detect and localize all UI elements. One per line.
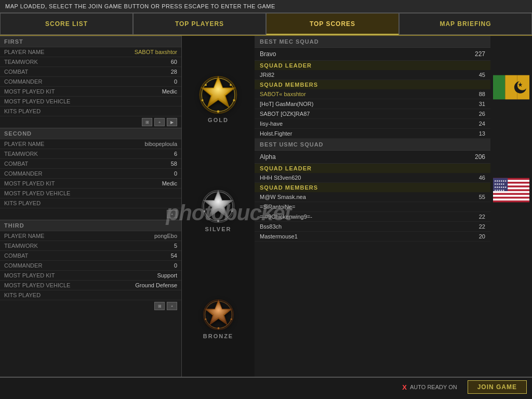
first-kits-played-row: KITS PLAYED	[0, 107, 181, 116]
first-icons-row: ⊞ + ▶	[0, 116, 181, 128]
usmc-member-2: =-#9Chickenwing9=- 22	[255, 212, 490, 222]
svg-point-5	[202, 99, 204, 101]
tab-map-briefing[interactable]: MAP BRIEFING	[399, 13, 532, 35]
svg-point-13	[217, 220, 219, 222]
usmc-member-3: Bss83ch 22	[255, 222, 490, 232]
second-icon1[interactable]: +	[167, 210, 177, 218]
svg-point-21	[205, 318, 206, 320]
svg-rect-34	[493, 195, 529, 197]
first-icon3[interactable]: ▶	[167, 118, 177, 126]
third-icon1[interactable]: ⊞	[154, 302, 165, 310]
us-flag-icon: ★★★★★★ ★★★★★ ★★★★★★ ★★★★★	[493, 178, 529, 203]
first-teamwork-row: TEAMWORK 60	[0, 57, 181, 67]
mec-flag-icon	[493, 75, 529, 100]
usmc-squad-header: BEST USMC SQUAD	[255, 139, 490, 151]
second-vehicle-row: MOST PLAYED VEHICLE	[0, 189, 181, 198]
usmc-squad-info: BEST USMC SQUAD Alpha 206 SQUAD LEADER H…	[255, 139, 490, 242]
third-combat-row: COMBAT 54	[0, 251, 181, 261]
svg-point-4	[217, 110, 220, 113]
usmc-squad-section: BEST USMC SQUAD Alpha 206 SQUAD LEADER H…	[255, 139, 532, 242]
svg-point-27	[517, 80, 527, 90]
auto-ready-label: AUTO READY ON	[410, 384, 457, 390]
second-section-header: SECOND	[0, 128, 181, 139]
first-kit-row: MOST PLAYED KIT Medic	[0, 87, 181, 97]
first-icon2[interactable]: +	[154, 118, 165, 126]
tab-score-list[interactable]: SCORE LIST	[0, 13, 133, 35]
usmc-flag-box: ★★★★★★ ★★★★★ ★★★★★★ ★★★★★	[490, 139, 532, 242]
tab-top-scores[interactable]: TOP SCORES	[266, 13, 399, 35]
first-commander-row: COMMANDER 0	[0, 77, 181, 87]
third-vehicle-row: MOST PLAYED VEHICLE Ground Defense	[0, 281, 181, 290]
gold-medal-container: GOLD	[197, 73, 239, 123]
bronze-label: BRONZE	[203, 333, 233, 339]
svg-text:★★★★★★: ★★★★★★	[494, 186, 507, 189]
mec-squad-members-header: SQUAD MEMBERS	[255, 80, 490, 89]
svg-point-15	[231, 210, 233, 212]
mec-member-3: Iisy-have 24	[255, 119, 490, 129]
silver-label: SILVER	[205, 226, 232, 232]
usmc-member-4: Mastermouse1 20	[255, 232, 490, 242]
auto-ready-x: X	[402, 383, 407, 391]
silver-star-icon	[200, 188, 236, 224]
gold-star-icon	[197, 73, 239, 115]
usmc-member-1: =SiRantoiNe=	[255, 202, 490, 212]
mec-squad-header: BEST MEC SQUAD	[255, 36, 490, 48]
first-icon1[interactable]: ⊞	[142, 118, 152, 126]
mec-squad-leader-header: SQUAD LEADER	[255, 61, 490, 70]
first-combat-row: COMBAT 28	[0, 67, 181, 77]
usmc-leader-row: HHH St3ven620 46	[255, 173, 490, 183]
bronze-star-icon	[202, 297, 235, 331]
first-player-name-row: PLAYER NAME SABOT baxshtor	[0, 47, 181, 57]
left-panel: FIRST PLAYER NAME SABOT baxshtor TEAMWOR…	[0, 36, 182, 377]
second-teamwork-row: TEAMWORK 6	[0, 149, 181, 159]
second-player-name-row: PLAYER NAME bibopeploula	[0, 139, 181, 149]
svg-point-14	[204, 210, 206, 212]
third-kit-row: MOST PLAYED KIT Support	[0, 271, 181, 281]
usmc-squad-leader-header: SQUAD LEADER	[255, 164, 490, 173]
svg-point-8	[230, 84, 232, 86]
gold-label: GOLD	[208, 117, 229, 123]
third-commander-row: COMMANDER 0	[0, 261, 181, 271]
mec-member-4: Holst.Fighter 13	[255, 129, 490, 139]
second-commander-row: COMMANDER 0	[0, 169, 181, 179]
svg-point-6	[233, 99, 235, 101]
usmc-member-0: M@W Smask.nea 55	[255, 192, 490, 202]
usmc-squad-name-row: Alpha 206	[255, 151, 490, 164]
notification-text: MAP LOADED, SELECT THE JOIN GAME BUTTON …	[5, 3, 275, 9]
svg-point-22	[230, 318, 232, 320]
third-icon2[interactable]: +	[167, 302, 177, 310]
svg-text:★★★★★★: ★★★★★★	[494, 180, 507, 182]
mec-member-0: SABOT« baxshtor 88	[255, 89, 490, 99]
mec-squad-section: BEST MEC SQUAD Bravo 227 SQUAD LEADER JR…	[255, 36, 532, 139]
tab-bar: SCORE LIST TOP PLAYERS TOP SCORES MAP BR…	[0, 13, 532, 36]
silver-medal-container: SILVER	[200, 188, 236, 232]
mec-squad-info: BEST MEC SQUAD Bravo 227 SQUAD LEADER JR…	[255, 36, 490, 139]
second-combat-row: COMBAT 58	[0, 159, 181, 169]
third-section-header: THIRD	[0, 220, 181, 231]
third-icons-row: ⊞ +	[0, 300, 181, 312]
second-kits-played-row: KITS PLAYED	[0, 198, 181, 208]
third-kits-played-row: KITS PLAYED	[0, 290, 181, 300]
bottom-bar: X AUTO READY ON JOIN GAME	[0, 377, 532, 396]
third-teamwork-row: TEAMWORK 5	[0, 241, 181, 251]
svg-text:★★★★★: ★★★★★	[494, 183, 505, 185]
join-game-button[interactable]: JOIN GAME	[468, 380, 527, 394]
svg-point-7	[205, 84, 207, 86]
right-panel: BEST MEC SQUAD Bravo 227 SQUAD LEADER JR…	[255, 36, 532, 377]
mec-squad-name-row: Bravo 227	[255, 48, 490, 61]
mec-leader-row: JRi82 45	[255, 70, 490, 80]
notification-bar: MAP LOADED, SELECT THE JOIN GAME BUTTON …	[0, 0, 532, 13]
mec-flag-box	[490, 36, 532, 139]
svg-text:★★★★★: ★★★★★	[494, 189, 505, 192]
svg-rect-35	[493, 198, 529, 201]
second-icons-row: +	[0, 208, 181, 220]
main-content: FIRST PLAYER NAME SABOT baxshtor TEAMWOR…	[0, 36, 532, 377]
mec-member-1: [HoT] GasMan(NOR) 31	[255, 99, 490, 109]
tab-top-players[interactable]: TOP PLAYERS	[133, 13, 266, 35]
center-panel: GOLD	[182, 36, 255, 377]
svg-point-20	[217, 327, 219, 329]
auto-ready-container: X AUTO READY ON	[402, 383, 457, 391]
second-kit-row: MOST PLAYED KIT Medic	[0, 179, 181, 189]
svg-rect-23	[493, 75, 505, 100]
third-player-name-row: PLAYER NAME pongEbo	[0, 231, 181, 241]
